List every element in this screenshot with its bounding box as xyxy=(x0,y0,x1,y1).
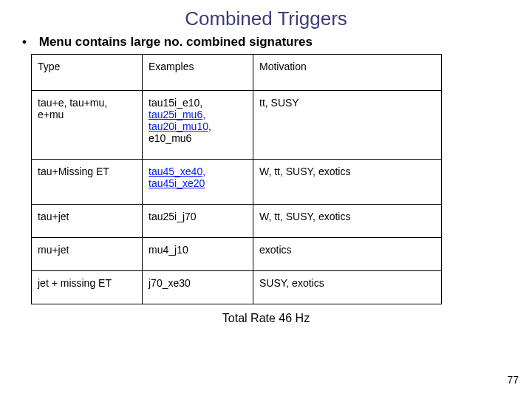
slide-title: Combined Triggers xyxy=(0,0,532,32)
slide: Combined Triggers • Menu contains large … xyxy=(0,0,532,399)
page-number: 77 xyxy=(507,374,519,386)
table-row: mu+jet mu4_j10 exotics xyxy=(32,238,442,271)
cell-examples: mu4_j10 xyxy=(143,238,253,271)
ex-text: j70_xe30 xyxy=(149,277,191,289)
cell-type: tau+Missing ET xyxy=(32,160,143,205)
cell-examples: tau25i_j70 xyxy=(143,205,253,238)
total-rate: Total Rate 46 Hz xyxy=(0,304,532,325)
bullet-line: • Menu contains large no. combined signa… xyxy=(0,32,532,54)
ex-link[interactable]: tau45_xe40, tau45i_xe20 xyxy=(149,166,205,189)
ex-text: tau25i_j70 xyxy=(149,211,197,222)
cell-type: tau+jet xyxy=(32,205,143,238)
ex-link[interactable]: tau25i_mu6, tau20i_mu10 xyxy=(149,109,208,132)
ex-text: mu4_j10 xyxy=(149,244,188,256)
col-header-motivation: Motivation xyxy=(253,55,442,91)
cell-type: jet + missing ET xyxy=(32,271,143,304)
table-row: tau+jet tau25i_j70 W, tt, SUSY, exotics xyxy=(32,205,442,238)
cell-examples: j70_xe30 xyxy=(143,271,253,304)
bullet-dot: • xyxy=(22,35,35,50)
col-header-type: Type xyxy=(32,55,143,91)
cell-type: tau+e, tau+mu, e+mu xyxy=(32,91,143,160)
col-header-examples: Examples xyxy=(143,55,253,91)
table-row: tau+Missing ET tau45_xe40, tau45i_xe20 W… xyxy=(32,160,442,205)
cell-motivation: tt, SUSY xyxy=(253,91,442,160)
cell-motivation: W, tt, SUSY, exotics xyxy=(253,205,442,238)
cell-motivation: W, tt, SUSY, exotics xyxy=(253,160,442,205)
cell-motivation: SUSY, exotics xyxy=(253,271,442,304)
cell-examples: tau45_xe40, tau45i_xe20 xyxy=(143,160,253,205)
cell-motivation: exotics xyxy=(253,238,442,271)
cell-examples: tau15i_e10, tau25i_mu6, tau20i_mu10, e10… xyxy=(143,91,253,160)
cell-type: mu+jet xyxy=(32,238,143,271)
bullet-text: Menu contains large no. combined signatu… xyxy=(39,35,313,49)
triggers-table: Type Examples Motivation tau+e, tau+mu, … xyxy=(31,54,442,304)
ex-text: tau15i_e10, xyxy=(149,97,202,109)
table-row: tau+e, tau+mu, e+mu tau15i_e10, tau25i_m… xyxy=(32,91,442,160)
table-header-row: Type Examples Motivation xyxy=(32,55,442,91)
table-row: jet + missing ET j70_xe30 SUSY, exotics xyxy=(32,271,442,304)
